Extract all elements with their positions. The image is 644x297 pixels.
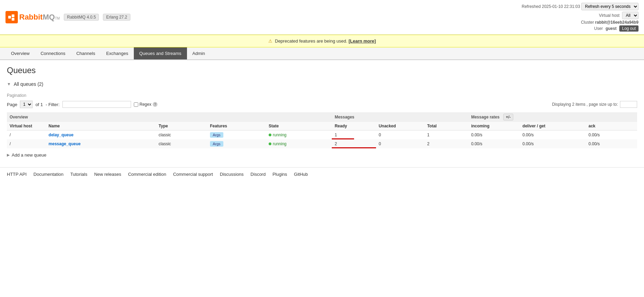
cluster-label: Cluster: [581, 20, 594, 25]
of-label: of 1: [35, 102, 43, 107]
rabbitmq-version: RabbitMQ 4.0.5: [64, 14, 99, 21]
warning-message: Deprecated features are being used.: [275, 38, 347, 44]
pagination-section: Pagination Page 1 of 1 - Filter: Regex ?…: [7, 93, 637, 108]
display-info: Displaying 2 items , page size up to: 10…: [552, 101, 637, 108]
add-queue-section: ▶ Add a new queue: [7, 152, 637, 158]
filter-label: - Filter:: [46, 102, 59, 107]
content: Queues ▼ All queues (2) Pagination Page …: [0, 60, 644, 167]
pagination-controls: Page 1 of 1 - Filter: Regex ? Displaying…: [7, 101, 637, 108]
row-ready: 1: [332, 130, 376, 140]
section-arrow-icon: ▼: [7, 82, 11, 87]
args-badge-button[interactable]: Args: [210, 132, 223, 138]
svg-rect-1: [12, 14, 14, 17]
displaying-label: Displaying 2 items , page size up to:: [552, 102, 618, 107]
messages-group-header: Messages: [332, 112, 468, 122]
state-dot-icon: [269, 142, 271, 145]
footer-link[interactable]: Tutorials: [70, 172, 87, 177]
row-incoming: 0.00/s: [468, 130, 520, 140]
logo-rabbit-text: Rabbit: [19, 13, 43, 22]
row-state: running: [266, 139, 332, 148]
rabbitmq-logo-svg: [8, 13, 16, 21]
logo-mq-text: MQ: [43, 13, 55, 22]
footer-link[interactable]: Plugins: [272, 172, 287, 177]
add-queue-label: Add a new queue: [12, 152, 46, 158]
row-name: message_queue: [46, 139, 156, 148]
row-state: running: [266, 130, 332, 140]
row-vhost: /: [7, 139, 46, 148]
add-queue-toggle[interactable]: ▶ Add a new queue: [7, 152, 637, 158]
virtual-host-select[interactable]: All: [622, 12, 639, 19]
table-column-headers: Virtual host Name Type Features State Re…: [7, 122, 637, 130]
state-dot-icon: [269, 134, 271, 136]
row-features: Args: [207, 130, 266, 140]
col-header-deliver-get: deliver / get: [520, 122, 586, 130]
col-header-features: Features: [207, 122, 266, 130]
row-features: Args: [207, 139, 266, 148]
page-size-input[interactable]: 100: [620, 101, 637, 108]
row-type: classic: [156, 139, 207, 148]
help-icon[interactable]: ?: [153, 102, 157, 107]
state-running: running: [269, 133, 329, 137]
nav: Overview Connections Channels Exchanges …: [0, 47, 644, 60]
plus-minus-button[interactable]: +/-: [503, 114, 513, 121]
refresh-select[interactable]: Refresh every 5 seconds: [581, 3, 639, 10]
col-header-unacked: Unacked: [376, 122, 424, 130]
state-running: running: [269, 141, 329, 146]
refresh-info: Refreshed 2025-01-10 22:31:03 Refresh ev…: [522, 3, 639, 10]
nav-queues-and-streams[interactable]: Queues and Streams: [134, 47, 187, 59]
footer-link[interactable]: HTTP API: [7, 172, 27, 177]
cluster-row: Cluster rabbit@16eeb24a94b9: [522, 20, 639, 25]
col-header-incoming: incoming: [468, 122, 520, 130]
refresh-timestamp: Refreshed 2025-01-10 22:31:03: [522, 4, 580, 9]
queues-table: Overview Messages Message rates +/- Virt…: [7, 112, 637, 148]
footer-link[interactable]: Documentation: [34, 172, 63, 177]
row-name: delay_queue: [46, 130, 156, 140]
footer-link[interactable]: Commercial edition: [128, 172, 166, 177]
row-unacked: 0: [376, 139, 424, 148]
warning-banner: ⚠ Deprecated features are being used. [L…: [0, 35, 644, 47]
args-badge-button[interactable]: Args: [210, 141, 223, 147]
cluster-value: rabbit@16eeb24a94b9: [595, 20, 639, 25]
row-total: 1: [424, 130, 468, 140]
row-ack: 0.00/s: [586, 130, 637, 140]
logo: Rabbit MQ TM: [5, 11, 60, 23]
row-incoming: 0.00/s: [468, 139, 520, 148]
nav-admin[interactable]: Admin: [187, 47, 211, 59]
nav-exchanges[interactable]: Exchanges: [101, 47, 133, 59]
footer-link[interactable]: GitHub: [294, 172, 308, 177]
nav-connections[interactable]: Connections: [35, 47, 71, 59]
add-queue-arrow-icon: ▶: [7, 153, 10, 157]
user-value: guest: [606, 26, 617, 31]
page-label: Page: [7, 102, 17, 107]
filter-input[interactable]: [62, 101, 131, 108]
overview-group-header: Overview: [7, 112, 332, 122]
regex-checkbox[interactable]: [134, 102, 138, 107]
logo-icon: [5, 11, 18, 23]
svg-rect-0: [8, 16, 11, 19]
page-select[interactable]: 1: [20, 101, 33, 108]
nav-channels[interactable]: Channels: [71, 47, 101, 59]
row-deliver-get: 0.00/s: [520, 139, 586, 148]
table-group-header-row: Overview Messages Message rates +/-: [7, 112, 637, 122]
learn-more-link[interactable]: [Learn more]: [349, 38, 376, 44]
footer-link[interactable]: Discord: [250, 172, 266, 177]
queue-name-link[interactable]: delay_queue: [49, 133, 74, 137]
col-header-state: State: [266, 122, 332, 130]
row-total: 2: [424, 139, 468, 148]
footer: HTTP APIDocumentationTutorialsNew releas…: [0, 167, 644, 181]
nav-overview[interactable]: Overview: [5, 47, 35, 59]
col-header-ack: ack: [586, 122, 637, 130]
footer-link[interactable]: Discussions: [220, 172, 244, 177]
header-right: Refreshed 2025-01-10 22:31:03 Refresh ev…: [522, 3, 639, 32]
logout-button[interactable]: Log out: [619, 25, 639, 32]
footer-link[interactable]: New releases: [94, 172, 121, 177]
regex-label: Regex: [140, 102, 152, 107]
footer-link[interactable]: Commercial support: [173, 172, 213, 177]
row-unacked: 0: [376, 130, 424, 140]
all-queues-label: All queues (2): [14, 81, 43, 87]
queue-name-link[interactable]: message_queue: [49, 141, 81, 146]
all-queues-section-header[interactable]: ▼ All queues (2): [7, 79, 637, 89]
pagination-label: Pagination: [7, 93, 637, 98]
col-header-name: Name: [46, 122, 156, 130]
regex-checkbox-label[interactable]: Regex ?: [134, 102, 158, 107]
